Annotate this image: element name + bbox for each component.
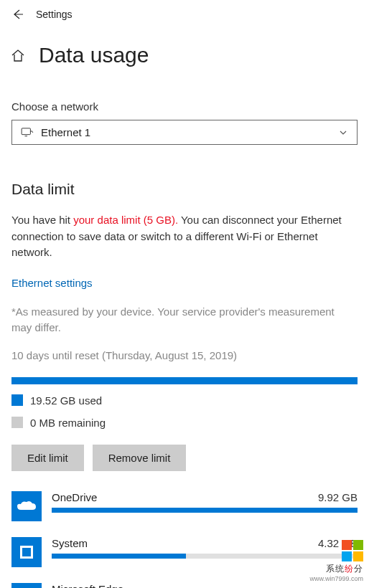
page-title: Data usage [39, 43, 149, 67]
usage-progress-bar [11, 377, 358, 384]
app-name: System [52, 537, 88, 549]
edge-icon [11, 583, 42, 589]
svg-rect-1 [25, 136, 28, 136]
used-text: 19.52 GB used [30, 394, 102, 407]
list-item: System 4.32 GB [11, 537, 358, 567]
home-icon[interactable] [10, 47, 26, 63]
remaining-swatch [11, 417, 23, 428]
warning-limit: your data limit (5 GB). [73, 214, 178, 226]
data-limit-title: Data limit [11, 181, 358, 198]
warning-prefix: You have hit [11, 214, 73, 226]
list-item: Microsoft Edge [11, 583, 358, 589]
back-icon[interactable] [10, 7, 24, 22]
measurement-disclaimer: *As measured by your device. Your servic… [11, 304, 358, 336]
app-name: OneDrive [52, 491, 97, 503]
chevron-down-icon [338, 128, 348, 138]
remove-limit-button[interactable]: Remove limit [93, 445, 187, 471]
header-title: Settings [36, 9, 73, 20]
used-swatch [11, 394, 23, 406]
ethernet-icon [21, 128, 34, 138]
svg-rect-0 [22, 128, 30, 134]
list-item: OneDrive 9.92 GB [11, 491, 358, 521]
app-usage-list: OneDrive 9.92 GB System 4.32 GB [11, 491, 358, 589]
network-selected: Ethernet 1 [41, 126, 90, 138]
system-icon [11, 537, 42, 567]
svg-rect-3 [22, 548, 31, 556]
network-select[interactable]: Ethernet 1 [11, 120, 358, 145]
data-limit-warning: You have hit your data limit (5 GB). You… [11, 212, 358, 261]
app-name: Microsoft Edge [52, 583, 123, 589]
edit-limit-button[interactable]: Edit limit [11, 445, 84, 471]
remaining-text: 0 MB remaining [30, 417, 106, 429]
watermark-url: www.win7999.com [309, 575, 363, 582]
app-usage-bar [52, 508, 358, 513]
network-label: Choose a network [11, 100, 358, 113]
onedrive-icon [11, 491, 42, 521]
microsoft-logo-icon [342, 540, 363, 561]
app-size: 9.92 GB [318, 491, 358, 503]
watermark-brand: 系统纷分 [309, 563, 363, 575]
ethernet-settings-link[interactable]: Ethernet settings [11, 277, 93, 289]
watermark: 系统纷分 www.win7999.com [309, 540, 363, 582]
reset-info: 10 days until reset (Thursday, August 15… [11, 349, 358, 361]
